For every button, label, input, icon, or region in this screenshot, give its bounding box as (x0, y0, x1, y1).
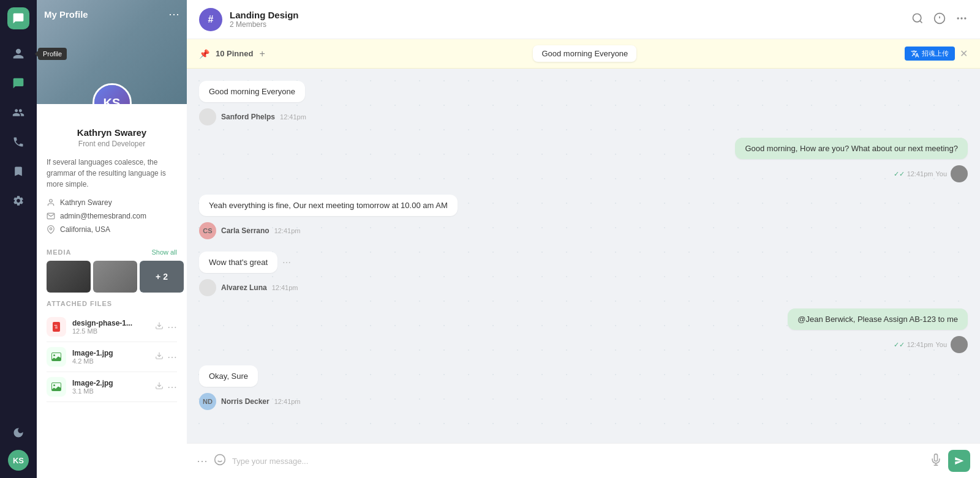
input-bar: ⋯ (187, 443, 980, 478)
message-bubble-3: Yeah everything is fine, Our next meetin… (199, 195, 458, 216)
attached-files-title: ATTACHED FILES (37, 293, 187, 312)
message-bubble-2: Good morning, How are you? What about ou… (735, 138, 968, 159)
message-time-1: 12:41pm (280, 113, 306, 121)
sidebar-item-calls[interactable] (6, 130, 31, 154)
dark-mode-toggle[interactable] (6, 420, 31, 445)
message-time-4: 12:41pm (272, 284, 298, 291)
file-actions-1[interactable]: ⋯ (155, 321, 177, 333)
pinned-close-button[interactable]: ✕ (960, 48, 968, 59)
pinned-right: 招魂上传 ✕ (905, 47, 968, 61)
message-bubble-5: @Jean Berwick, Please Assign AB-123 to m… (788, 308, 968, 330)
sender-name-1: Sanford Phelps (221, 113, 275, 121)
media-grid: + 2 (47, 261, 177, 293)
message-bubble-4: Wow that's great (199, 252, 277, 273)
file-actions-2[interactable]: ⋯ (155, 351, 177, 363)
pinned-count[interactable]: 10 Pinned (216, 49, 253, 58)
more-options-button[interactable] (956, 12, 968, 27)
profile-role: Front end Developer (47, 140, 177, 148)
message-bubble-1: Good morning Everyone (199, 81, 305, 102)
media-title: MEDIA (47, 248, 71, 256)
pinned-message-bubble: Good morning Everyone (533, 45, 636, 62)
chat-header-actions (911, 12, 968, 27)
nav-logo (7, 7, 29, 29)
svg-point-8 (215, 455, 225, 465)
message-group-1: Good morning Everyone Sanford Phelps 12:… (199, 81, 968, 125)
profile-name: Kathryn Swarey (47, 127, 177, 138)
sender-name-6: Norris Decker (221, 397, 270, 406)
file-info-3: Image-2.jpg 3.1 MB (72, 379, 149, 395)
profile-meta-email: admin@themesbrand.com (47, 212, 177, 220)
message-group-5: @Jean Berwick, Please Assign AB-123 to m… (199, 308, 968, 353)
file-icon-img-3 (47, 377, 66, 397)
message-time-6: 12:41pm (274, 398, 301, 405)
message-input[interactable] (232, 457, 924, 466)
message-group-3: Yeah everything is fine, Our next meetin… (199, 195, 968, 239)
chat-area: # Landing Design 2 Members (187, 0, 980, 478)
file-name-2: Image-1.jpg (72, 349, 149, 357)
profile-more-button[interactable]: ⋯ (168, 7, 179, 21)
sender-avatar-placeholder-1 (199, 108, 216, 125)
channel-name: Landing Design (230, 10, 299, 20)
check-icon-5: ✓✓ (894, 341, 905, 349)
chat-header-left: # Landing Design 2 Members (199, 8, 299, 31)
nav-bottom: KS (6, 420, 31, 471)
svg-point-1 (913, 13, 921, 21)
svg-point-5 (957, 17, 959, 19)
profile-bio: If several languages coalesce, the gramm… (47, 157, 177, 190)
file-icon-pdf-1 (47, 317, 66, 337)
sidebar-item-bookmark[interactable] (6, 159, 31, 184)
file-icon-img-2 (47, 347, 66, 367)
profile-tooltip: Profile (38, 48, 67, 60)
sidebar-item-group[interactable] (6, 100, 31, 125)
message-sent-row-2: ✓✓ 12:41pm You (894, 165, 968, 182)
sender-name-4: Alvarez Luna (221, 283, 267, 292)
pinned-bar: 📌 10 Pinned + Good morning Everyone 招魂上传… (187, 39, 980, 69)
check-icon-2: ✓✓ (894, 170, 905, 178)
info-button[interactable] (933, 12, 946, 27)
svg-point-0 (50, 228, 52, 230)
svg-point-7 (964, 17, 966, 19)
media-section: MEDIA Show all + 2 (37, 248, 187, 293)
chat-header: # Landing Design 2 Members (187, 0, 980, 39)
svg-point-6 (960, 17, 962, 19)
media-thumb-2[interactable] (93, 261, 137, 293)
channel-members: 2 Members (230, 20, 299, 29)
file-item-1: design-phase-1... 12.5 MB ⋯ (47, 312, 177, 342)
message-group-6: Okay, Sure ND Norris Decker 12:41pm (199, 365, 968, 410)
sidebar-item-profile[interactable]: Profile (6, 42, 31, 66)
sender-avatar-6: ND (199, 393, 216, 410)
profile-info: Kathryn Swarey Front end Developer If se… (37, 127, 187, 248)
show-all-media-button[interactable]: Show all (151, 248, 177, 256)
message-time-3: 12:41pm (274, 227, 301, 234)
file-actions-3[interactable]: ⋯ (155, 381, 177, 393)
file-info-2: Image-1.jpg 4.2 MB (72, 349, 149, 365)
message-group-2: Good morning, How are you? What about ou… (199, 138, 968, 182)
media-thumb-more[interactable]: + 2 (140, 261, 184, 293)
search-button[interactable] (911, 12, 924, 27)
pinned-add-button[interactable]: + (259, 48, 265, 59)
sent-avatar-2 (951, 165, 968, 182)
profile-meta: Kathryn Swarey admin@themesbrand.com Cal… (47, 198, 177, 234)
message-sender-row-6: ND Norris Decker 12:41pm (199, 393, 301, 410)
message-sent-row-5: ✓✓ 12:41pm You (894, 336, 968, 353)
file-size-3: 3.1 MB (72, 387, 149, 395)
sidebar-item-chat[interactable] (6, 71, 31, 95)
input-more-button[interactable]: ⋯ (197, 454, 208, 468)
file-size-2: 4.2 MB (72, 357, 149, 365)
mic-button[interactable] (930, 454, 942, 468)
send-button[interactable] (948, 450, 970, 472)
translate-button[interactable]: 招魂上传 (905, 47, 955, 61)
sender-name-3: Carla Serrano (221, 226, 270, 235)
messages-area: Good morning Everyone Sanford Phelps 12:… (187, 69, 980, 443)
message-sent-meta-2: ✓✓ 12:41pm You (894, 170, 947, 178)
sender-avatar-3: CS (199, 222, 216, 239)
media-thumb-1[interactable] (47, 261, 91, 293)
profile-title: My Profile (44, 9, 88, 20)
message-options-button-4[interactable]: ⋯ (282, 258, 291, 267)
nav-bar: Profile KS (0, 0, 37, 478)
emoji-button[interactable] (214, 454, 226, 468)
nav-user-avatar[interactable]: KS (8, 450, 29, 471)
files-section: design-phase-1... 12.5 MB ⋯ Image-1.jpg … (37, 312, 187, 412)
sidebar-item-settings[interactable] (6, 189, 31, 213)
message-sender-row-4: Alvarez Luna 12:41pm (199, 279, 298, 296)
